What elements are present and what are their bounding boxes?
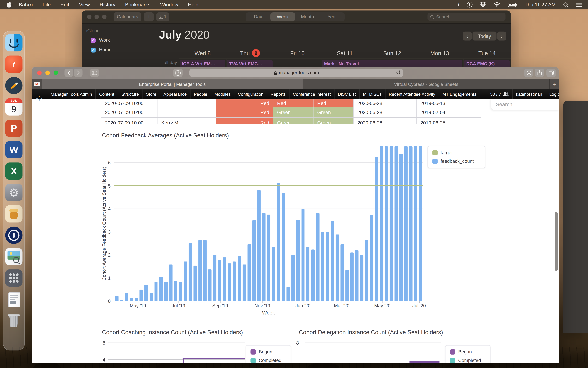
admin-nav-reports[interactable]: Reports: [267, 89, 289, 99]
dock-powerpoint-icon[interactable]: P: [5, 120, 22, 137]
scrollbar-thumb[interactable]: [555, 212, 558, 271]
calendar-minimize-button[interactable]: [94, 15, 99, 19]
tunnelblick-icon[interactable]: t: [458, 2, 459, 7]
all-day-event[interactable]: ICE-A Virt EM…: [180, 60, 225, 67]
admin-nav-mtdiscs[interactable]: MTDISCs: [360, 89, 385, 99]
one-password-icon[interactable]: [467, 2, 472, 8]
dock-t-app-icon[interactable]: t: [5, 55, 22, 73]
dock-finder-icon[interactable]: [5, 34, 22, 51]
admin-nav-mt-engagements[interactable]: MT Engagements: [439, 89, 480, 99]
calendar-checkbox-work[interactable]: ✓: [91, 38, 96, 43]
menu-item-edit[interactable]: Edit: [55, 2, 74, 8]
close-button[interactable]: [37, 71, 42, 75]
admin-nav-structure[interactable]: Structure: [118, 89, 143, 99]
tab-enterprise-portal[interactable]: Enterprise Portal | Manager Tools: [42, 79, 303, 89]
next-week-button[interactable]: ›: [497, 32, 506, 40]
all-day-event[interactable]: Mark - No Travel: [322, 60, 462, 67]
reload-icon[interactable]: [396, 70, 400, 75]
add-event-button[interactable]: +: [144, 12, 154, 21]
admin-nav-manager-tools-admin[interactable]: Manager Tools Admin: [47, 89, 96, 99]
view-tab-day[interactable]: Day: [246, 12, 270, 21]
seat-count[interactable]: 50 / 7: [487, 89, 513, 99]
downloads-button[interactable]: [524, 69, 533, 77]
today-button[interactable]: Today: [472, 32, 497, 40]
all-day-event[interactable]: TVA Virt EMC…: [227, 60, 273, 67]
all-day-event[interactable]: DCA EMC (K): [464, 60, 510, 67]
menu-clock[interactable]: Thu 11:27 AM: [525, 2, 556, 8]
admin-nav-store[interactable]: Store: [143, 89, 160, 99]
calendar-checkbox-home[interactable]: ✓: [91, 47, 96, 52]
view-tab-week[interactable]: Week: [270, 12, 295, 21]
menu-item-bookmarks[interactable]: Bookmarks: [120, 2, 155, 8]
battery-icon[interactable]: [508, 2, 517, 7]
day-header[interactable]: Sat 11: [321, 49, 369, 57]
view-tab-month[interactable]: Month: [295, 12, 320, 21]
logout-link[interactable]: Log out: [546, 89, 559, 99]
spotlight-search-icon[interactable]: [563, 2, 569, 7]
admin-user[interactable]: katehorstman: [513, 89, 546, 99]
table-row[interactable]: 2020-07-09 10:00Kerry MRedGreenGreen2020…: [101, 118, 481, 124]
minimize-button[interactable]: [45, 71, 50, 75]
admin-home-icon[interactable]: [32, 89, 47, 99]
day-header[interactable]: Tue 14: [463, 49, 511, 57]
sidebar-button[interactable]: [90, 69, 99, 77]
back-button[interactable]: [64, 69, 73, 77]
day-header[interactable]: Sun 12: [369, 49, 416, 57]
dock-excel-icon[interactable]: X: [5, 162, 22, 180]
dock-pencil-app-icon[interactable]: [5, 77, 22, 94]
admin-nav-people[interactable]: People: [190, 89, 211, 99]
new-tab-button[interactable]: +: [550, 79, 559, 89]
dock-one-password-icon[interactable]: [5, 227, 22, 244]
pinned-gmail-tab[interactable]: M: [32, 79, 42, 89]
calendar-list-item-work[interactable]: ✓Work: [91, 37, 110, 43]
tab-overview-button[interactable]: [546, 69, 556, 77]
dock-csv-document-icon[interactable]: [5, 291, 22, 308]
menu-item-help[interactable]: Help: [183, 2, 203, 8]
dock-calendar-icon[interactable]: JUL9: [5, 98, 22, 116]
dock-photos-viewer-icon[interactable]: [5, 248, 22, 265]
wifi-icon[interactable]: [494, 2, 500, 7]
calendar-list-item-home[interactable]: ✓Home: [91, 47, 112, 53]
zoom-button[interactable]: [54, 71, 58, 75]
table-row[interactable]: 2020-07-09 10:00RedRedRed2020-06-282019-…: [101, 99, 481, 107]
admin-nav-disc-list[interactable]: DiSC List: [335, 89, 360, 99]
admin-nav-recent-attendee-activity[interactable]: Recent Attendee Activity: [385, 89, 439, 99]
calendar-close-button[interactable]: [87, 15, 91, 19]
admin-nav-configuration[interactable]: Configuration: [235, 89, 267, 99]
admin-nav-content[interactable]: Content: [96, 89, 118, 99]
calendars-button[interactable]: Calendars: [114, 12, 141, 21]
tab-google-sheets[interactable]: Virtual Cypress - Google Sheets: [303, 79, 550, 89]
background-window-edge[interactable]: [563, 101, 588, 333]
page-search-input[interactable]: Search: [491, 99, 559, 110]
menu-app-name[interactable]: Safari: [14, 2, 38, 8]
calendar-search-field[interactable]: Search: [427, 13, 506, 21]
menu-item-history[interactable]: History: [95, 2, 120, 8]
apple-menu-icon[interactable]: [7, 2, 12, 8]
dock-trash-icon[interactable]: [5, 312, 22, 329]
dropbox-icon[interactable]: [480, 2, 486, 8]
admin-nav-appearance[interactable]: Appearance: [160, 89, 190, 99]
dock-system-preferences-icon[interactable]: ⚙: [5, 184, 22, 201]
day-header[interactable]: Wed 8: [179, 49, 226, 57]
address-bar[interactable]: manager-tools.com: [190, 69, 403, 77]
calendar-zoom-button[interactable]: [102, 15, 107, 19]
day-header[interactable]: Mon 13: [416, 49, 463, 57]
view-tab-year[interactable]: Year: [320, 12, 345, 21]
dock-word-icon[interactable]: W: [5, 141, 22, 158]
dock-keypad-app-icon[interactable]: [5, 269, 22, 287]
day-header[interactable]: Thu9: [226, 49, 274, 57]
menu-item-window[interactable]: Window: [155, 2, 183, 8]
dock-honey-app-icon[interactable]: [5, 205, 22, 222]
share-button[interactable]: [535, 69, 544, 77]
forward-button[interactable]: [74, 69, 82, 77]
invitations-button[interactable]: 1: [156, 12, 169, 21]
prev-week-button[interactable]: ‹: [463, 32, 472, 40]
table-row[interactable]: 2020-07-09 10:00RedGreenGreen2020-06-282…: [101, 107, 481, 118]
admin-nav-conference-interest[interactable]: Conference Interest: [289, 89, 334, 99]
admin-nav-modules[interactable]: Modules: [211, 89, 234, 99]
one-password-extension-button[interactable]: [173, 69, 183, 77]
menu-item-view[interactable]: View: [74, 2, 95, 8]
day-header[interactable]: Fri 10: [274, 49, 321, 57]
list-menu-icon[interactable]: [576, 2, 582, 7]
menu-item-file[interactable]: File: [38, 2, 55, 8]
